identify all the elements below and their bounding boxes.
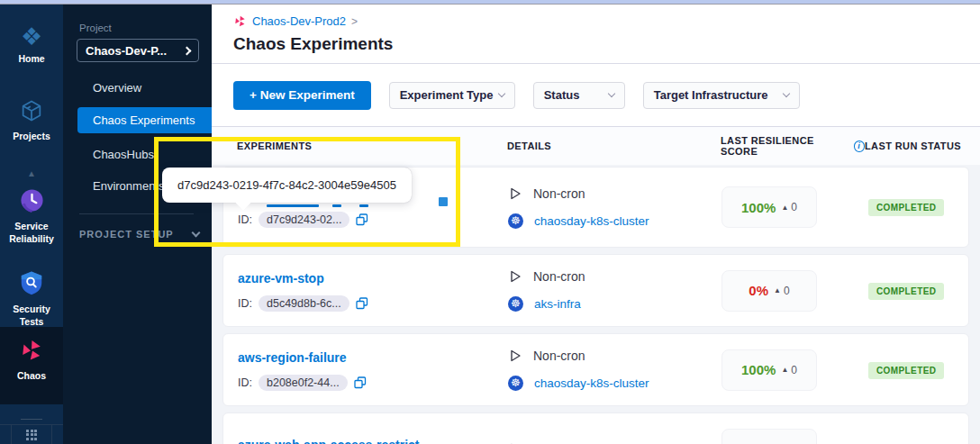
grid-icon [26, 430, 37, 440]
id-label: ID: [238, 213, 252, 226]
rail-divider [21, 419, 42, 420]
security-tests-icon [18, 269, 45, 300]
col-experiments: EXPERIMENTS [237, 140, 507, 151]
rail-footer [0, 424, 63, 444]
table-row[interactable]: aws-region-failure ID: b208e0f2-44... [222, 333, 969, 406]
nav-scroll-up-icon[interactable]: ▲ [0, 168, 63, 178]
page-header: Chaos-Dev-Prod2 > Chaos Experiments [212, 5, 980, 64]
filter-target-infrastructure-label: Target Infrastructure [654, 88, 768, 102]
chevron-down-icon [497, 90, 504, 97]
chevron-right-icon [183, 46, 192, 55]
sidebar-divider [79, 213, 194, 214]
nav-projects-label: Projects [13, 131, 50, 143]
home-icon: ❖ [21, 24, 42, 50]
copy-icon[interactable] [356, 213, 368, 226]
schedule-type: Non-cron [533, 186, 585, 201]
sidebar-item-environments[interactable]: Environments [93, 179, 164, 193]
sidebar-item-chaoshubs[interactable]: ChaosHubs [93, 148, 154, 161]
chevron-down-icon [782, 90, 789, 97]
kubernetes-icon: ☸ [508, 376, 523, 391]
filter-experiment-type[interactable]: Experiment Type [389, 82, 515, 109]
copy-icon[interactable] [356, 297, 368, 310]
resilience-score-pill: 100% ▲ 0 [721, 186, 817, 228]
triangle-up-icon: ▲ [781, 204, 788, 212]
resilience-score-pill: 100% ▲ 0 [721, 349, 817, 391]
module-picker-button[interactable] [11, 425, 52, 444]
obscured-link-fragment [267, 204, 319, 207]
infrastructure-link[interactable]: aks-infra [534, 297, 581, 311]
copy-icon[interactable] [354, 376, 367, 389]
infrastructure-link[interactable]: chaosday-k8s-cluster [534, 214, 649, 228]
score-value: 0% [749, 283, 768, 298]
filter-target-infrastructure[interactable]: Target Infrastructure [643, 82, 800, 109]
nav-home[interactable]: ❖ Home [0, 24, 63, 66]
resilience-score-pill: 0% ▲ 0 [721, 270, 817, 312]
nav-service-reliability[interactable]: Service Reliability [0, 187, 63, 245]
id-label: ID: [238, 376, 252, 389]
service-reliability-icon [19, 187, 45, 217]
score-delta: ▲ 0 [774, 285, 790, 297]
info-icon[interactable]: i [854, 140, 865, 152]
breadcrumb-separator: > [351, 15, 358, 28]
experiment-name-link[interactable]: azure-web-app-access-restrict [238, 438, 420, 444]
triangle-up-icon: ▲ [774, 286, 781, 294]
module-nav-rail: ❖ Home Projects ▲ Service [0, 5, 63, 444]
sidebar-item-chaos-experiments-label: Chaos Experiments [93, 113, 195, 127]
filter-status-label: Status [544, 88, 580, 102]
experiment-name-link[interactable]: azure-vm-stop [238, 271, 324, 285]
obscured-link-fragment [332, 204, 341, 207]
experiment-id-chip: b208e0f2-44... [259, 375, 348, 391]
sidebar-item-overview[interactable]: Overview [93, 81, 141, 95]
project-label: Project [79, 23, 112, 33]
chevron-down-icon [607, 90, 614, 97]
sidebar-item-chaos-experiments[interactable]: Chaos Experiments [77, 107, 212, 133]
breadcrumb-project-link[interactable]: Chaos-Dev-Prod2 [252, 14, 346, 28]
score-delta: ▲ 0 [781, 364, 797, 376]
schedule-type: Non-cron [533, 349, 585, 363]
status-badge: COMPLETED [868, 283, 944, 300]
resilience-score-pill [721, 429, 817, 444]
triangle-up-icon: ▲ [781, 366, 788, 374]
nav-home-label: Home [18, 53, 44, 66]
infrastructure-link[interactable]: chaosday-k8s-cluster [534, 376, 649, 390]
toolbar: + New Experiment Experiment Type Status … [212, 64, 980, 127]
project-setup-section[interactable]: PROJECT SETUP [79, 229, 199, 240]
new-experiment-button[interactable]: + New Experiment [233, 81, 371, 110]
projects-icon [19, 98, 44, 127]
play-icon [508, 269, 522, 284]
table-header: EXPERIMENTS DETAILS LAST RESILIENCE SCOR… [212, 127, 980, 165]
experiment-id-tooltip-text: d7c9d243-0219-4f7c-84c2-3004e59e4505 [177, 178, 396, 192]
nav-chaos-label: Chaos [17, 370, 46, 383]
experiment-id-chip: d7c9d243-02... [259, 212, 349, 228]
score-value: 100% [741, 200, 776, 215]
col-details: DETAILS [507, 140, 721, 151]
table-row[interactable]: azure-web-app-access-restrict Non-cron [222, 412, 969, 444]
nav-projects[interactable]: Projects [0, 98, 63, 143]
chaos-icon [19, 338, 44, 367]
obscured-link-fragment [359, 204, 368, 207]
nav-security-tests-label: Security Tests [0, 304, 63, 328]
col-last-run-status: LAST RUN STATUS [865, 140, 980, 151]
table-row[interactable]: azure-vm-stop ID: d5c49d8b-6c... [222, 254, 969, 327]
schedule-type: Non-cron [533, 269, 585, 284]
kubernetes-icon: ☸ [508, 296, 523, 312]
project-selector-value: Chaos-Dev-P... [86, 44, 167, 58]
status-badge: COMPLETED [868, 199, 944, 216]
project-selector[interactable]: Chaos-Dev-P... [77, 39, 199, 62]
experiment-id-chip: d5c49d8b-6c... [259, 295, 349, 312]
col-last-resilience-score: LAST RESILIENCE SCORE i [721, 135, 865, 157]
obscured-icon-fragment [439, 197, 448, 206]
experiment-name-link[interactable]: aws-region-failure [238, 350, 347, 365]
id-label: ID: [238, 297, 252, 310]
nav-service-reliability-label: Service Reliability [0, 221, 63, 245]
score-value: 100% [741, 362, 776, 377]
filter-status[interactable]: Status [533, 82, 625, 109]
nav-chaos[interactable]: Chaos [0, 338, 63, 383]
page-title: Chaos Experiments [233, 34, 980, 54]
nav-security-tests[interactable]: Security Tests [0, 269, 63, 328]
project-sidebar: Project Chaos-Dev-P... Overview Chaos Ex… [63, 5, 212, 444]
project-setup-label: PROJECT SETUP [79, 229, 174, 240]
experiment-id-tooltip: d7c9d243-0219-4f7c-84c2-3004e59e4505 [162, 168, 412, 203]
play-icon [508, 186, 522, 201]
score-delta: ▲ 0 [781, 201, 797, 213]
